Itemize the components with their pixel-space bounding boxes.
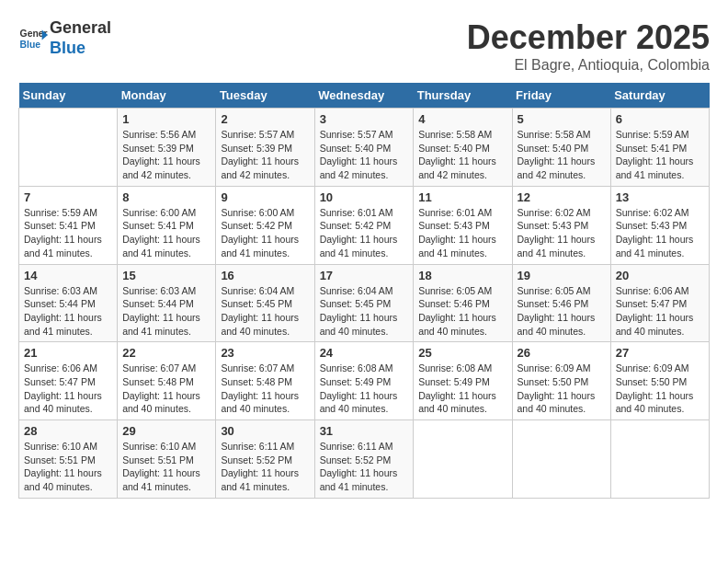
day-info: Sunrise: 6:10 AM Sunset: 5:51 PM Dayligh… bbox=[24, 440, 112, 494]
day-number: 23 bbox=[221, 346, 309, 360]
day-info: Sunrise: 6:05 AM Sunset: 5:46 PM Dayligh… bbox=[518, 284, 606, 339]
page-header: General Blue General Blue December 2025 … bbox=[18, 18, 710, 74]
week-row-4: 21Sunrise: 6:06 AM Sunset: 5:47 PM Dayli… bbox=[19, 342, 710, 420]
header-sunday: Sunday bbox=[19, 83, 118, 109]
logo-line1: General bbox=[50, 18, 111, 39]
day-info: Sunrise: 5:59 AM Sunset: 5:41 PM Dayligh… bbox=[616, 128, 704, 182]
calendar-table: SundayMondayTuesdayWednesdayThursdayFrid… bbox=[18, 83, 710, 499]
day-number: 7 bbox=[24, 190, 112, 204]
day-number: 10 bbox=[320, 190, 409, 204]
day-info: Sunrise: 6:01 AM Sunset: 5:43 PM Dayligh… bbox=[418, 206, 506, 260]
day-cell: 27Sunrise: 6:09 AM Sunset: 5:50 PM Dayli… bbox=[610, 342, 709, 420]
logo-line2: Blue bbox=[50, 39, 111, 59]
week-row-2: 7Sunrise: 5:59 AM Sunset: 5:41 PM Daylig… bbox=[19, 186, 710, 264]
day-info: Sunrise: 6:03 AM Sunset: 5:44 PM Dayligh… bbox=[24, 284, 112, 339]
day-info: Sunrise: 6:06 AM Sunset: 5:47 PM Dayligh… bbox=[24, 362, 112, 416]
day-info: Sunrise: 6:11 AM Sunset: 5:52 PM Dayligh… bbox=[320, 440, 409, 494]
day-number: 9 bbox=[221, 190, 309, 204]
logo-icon: General Blue bbox=[18, 24, 48, 53]
day-info: Sunrise: 6:08 AM Sunset: 5:49 PM Dayligh… bbox=[320, 362, 409, 416]
day-info: Sunrise: 6:07 AM Sunset: 5:48 PM Dayligh… bbox=[122, 362, 210, 416]
day-info: Sunrise: 6:06 AM Sunset: 5:47 PM Dayligh… bbox=[616, 284, 704, 339]
day-info: Sunrise: 5:57 AM Sunset: 5:40 PM Dayligh… bbox=[320, 128, 409, 182]
day-cell: 16Sunrise: 6:04 AM Sunset: 5:45 PM Dayli… bbox=[216, 264, 314, 342]
day-number: 26 bbox=[518, 346, 606, 360]
day-info: Sunrise: 6:07 AM Sunset: 5:48 PM Dayligh… bbox=[221, 362, 309, 416]
day-number: 4 bbox=[418, 112, 506, 126]
day-number: 13 bbox=[616, 190, 704, 204]
day-info: Sunrise: 6:02 AM Sunset: 5:43 PM Dayligh… bbox=[616, 206, 704, 260]
header-friday: Friday bbox=[512, 83, 610, 109]
day-cell: 10Sunrise: 6:01 AM Sunset: 5:42 PM Dayli… bbox=[314, 186, 414, 264]
day-number: 12 bbox=[518, 190, 606, 204]
logo: General Blue General Blue bbox=[18, 18, 111, 58]
day-number: 19 bbox=[518, 269, 606, 282]
day-number: 31 bbox=[320, 424, 409, 438]
header-thursday: Thursday bbox=[414, 83, 512, 109]
day-cell: 26Sunrise: 6:09 AM Sunset: 5:50 PM Dayli… bbox=[512, 342, 610, 420]
day-info: Sunrise: 5:56 AM Sunset: 5:39 PM Dayligh… bbox=[122, 128, 210, 182]
day-cell: 31Sunrise: 6:11 AM Sunset: 5:52 PM Dayli… bbox=[314, 420, 414, 499]
day-number: 6 bbox=[616, 112, 704, 126]
day-number: 25 bbox=[418, 346, 506, 360]
day-cell: 28Sunrise: 6:10 AM Sunset: 5:51 PM Dayli… bbox=[19, 420, 118, 499]
day-info: Sunrise: 6:01 AM Sunset: 5:42 PM Dayligh… bbox=[320, 206, 409, 260]
day-cell: 7Sunrise: 5:59 AM Sunset: 5:41 PM Daylig… bbox=[19, 186, 118, 264]
week-row-5: 28Sunrise: 6:10 AM Sunset: 5:51 PM Dayli… bbox=[19, 420, 710, 499]
day-info: Sunrise: 5:59 AM Sunset: 5:41 PM Dayligh… bbox=[24, 206, 112, 260]
day-info: Sunrise: 6:00 AM Sunset: 5:42 PM Dayligh… bbox=[221, 206, 309, 260]
day-number: 24 bbox=[320, 346, 409, 360]
day-info: Sunrise: 6:03 AM Sunset: 5:44 PM Dayligh… bbox=[122, 284, 210, 339]
day-info: Sunrise: 6:04 AM Sunset: 5:45 PM Dayligh… bbox=[320, 284, 409, 339]
day-cell: 20Sunrise: 6:06 AM Sunset: 5:47 PM Dayli… bbox=[610, 264, 709, 342]
day-info: Sunrise: 6:02 AM Sunset: 5:43 PM Dayligh… bbox=[518, 206, 606, 260]
day-cell: 8Sunrise: 6:00 AM Sunset: 5:41 PM Daylig… bbox=[118, 186, 216, 264]
svg-text:Blue: Blue bbox=[20, 39, 41, 49]
calendar-body: 1Sunrise: 5:56 AM Sunset: 5:39 PM Daylig… bbox=[19, 109, 710, 499]
day-cell: 5Sunrise: 5:58 AM Sunset: 5:40 PM Daylig… bbox=[512, 109, 610, 187]
day-cell bbox=[512, 420, 610, 499]
day-cell: 23Sunrise: 6:07 AM Sunset: 5:48 PM Dayli… bbox=[216, 342, 314, 420]
day-info: Sunrise: 6:08 AM Sunset: 5:49 PM Dayligh… bbox=[418, 362, 506, 416]
day-info: Sunrise: 5:57 AM Sunset: 5:39 PM Dayligh… bbox=[221, 128, 309, 182]
day-info: Sunrise: 5:58 AM Sunset: 5:40 PM Dayligh… bbox=[418, 128, 506, 182]
day-number: 1 bbox=[122, 112, 210, 126]
day-cell: 13Sunrise: 6:02 AM Sunset: 5:43 PM Dayli… bbox=[610, 186, 709, 264]
day-info: Sunrise: 6:09 AM Sunset: 5:50 PM Dayligh… bbox=[518, 362, 606, 416]
day-number: 8 bbox=[122, 190, 210, 204]
header-tuesday: Tuesday bbox=[216, 83, 314, 109]
day-number: 18 bbox=[418, 269, 506, 282]
day-number: 29 bbox=[122, 424, 210, 438]
main-title: December 2025 bbox=[467, 18, 710, 57]
day-cell: 14Sunrise: 6:03 AM Sunset: 5:44 PM Dayli… bbox=[19, 264, 118, 342]
day-info: Sunrise: 6:10 AM Sunset: 5:51 PM Dayligh… bbox=[122, 440, 210, 494]
day-number: 11 bbox=[418, 190, 506, 204]
day-cell bbox=[610, 420, 709, 499]
day-info: Sunrise: 6:04 AM Sunset: 5:45 PM Dayligh… bbox=[221, 284, 309, 339]
day-number: 3 bbox=[320, 112, 409, 126]
day-cell: 9Sunrise: 6:00 AM Sunset: 5:42 PM Daylig… bbox=[216, 186, 314, 264]
day-cell: 4Sunrise: 5:58 AM Sunset: 5:40 PM Daylig… bbox=[414, 109, 512, 187]
day-info: Sunrise: 5:58 AM Sunset: 5:40 PM Dayligh… bbox=[518, 128, 606, 182]
day-cell bbox=[414, 420, 512, 499]
day-info: Sunrise: 6:09 AM Sunset: 5:50 PM Dayligh… bbox=[616, 362, 704, 416]
day-cell: 22Sunrise: 6:07 AM Sunset: 5:48 PM Dayli… bbox=[118, 342, 216, 420]
day-number: 27 bbox=[616, 346, 704, 360]
day-info: Sunrise: 6:00 AM Sunset: 5:41 PM Dayligh… bbox=[122, 206, 210, 260]
day-number: 17 bbox=[320, 269, 409, 282]
day-number: 30 bbox=[221, 424, 309, 438]
day-cell: 12Sunrise: 6:02 AM Sunset: 5:43 PM Dayli… bbox=[512, 186, 610, 264]
day-cell: 19Sunrise: 6:05 AM Sunset: 5:46 PM Dayli… bbox=[512, 264, 610, 342]
day-cell: 3Sunrise: 5:57 AM Sunset: 5:40 PM Daylig… bbox=[314, 109, 414, 187]
week-row-1: 1Sunrise: 5:56 AM Sunset: 5:39 PM Daylig… bbox=[19, 109, 710, 187]
week-row-3: 14Sunrise: 6:03 AM Sunset: 5:44 PM Dayli… bbox=[19, 264, 710, 342]
day-info: Sunrise: 6:05 AM Sunset: 5:46 PM Dayligh… bbox=[418, 284, 506, 339]
sub-title: El Bagre, Antioquia, Colombia bbox=[467, 57, 710, 74]
day-cell: 24Sunrise: 6:08 AM Sunset: 5:49 PM Dayli… bbox=[314, 342, 414, 420]
header-monday: Monday bbox=[118, 83, 216, 109]
day-cell: 6Sunrise: 5:59 AM Sunset: 5:41 PM Daylig… bbox=[610, 109, 709, 187]
day-cell: 17Sunrise: 6:04 AM Sunset: 5:45 PM Dayli… bbox=[314, 264, 414, 342]
day-number: 16 bbox=[221, 269, 309, 282]
day-number: 22 bbox=[122, 346, 210, 360]
day-cell: 21Sunrise: 6:06 AM Sunset: 5:47 PM Dayli… bbox=[19, 342, 118, 420]
